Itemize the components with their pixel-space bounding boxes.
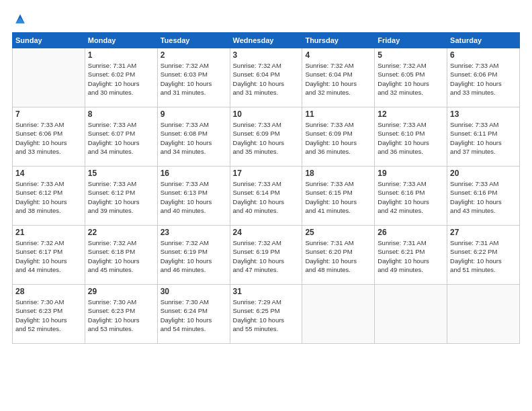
day-info: Sunrise: 7:31 AM Sunset: 6:02 PM Dayligh… — [88, 61, 154, 97]
day-info: Sunrise: 7:30 AM Sunset: 6:23 PM Dayligh… — [15, 298, 82, 333]
day-info: Sunrise: 7:31 AM Sunset: 6:20 PM Dayligh… — [305, 238, 371, 274]
day-info: Sunrise: 7:32 AM Sunset: 6:03 PM Dayligh… — [161, 61, 227, 97]
day-number: 7 — [15, 109, 82, 119]
day-number: 9 — [161, 109, 227, 119]
day-info: Sunrise: 7:33 AM Sunset: 6:09 PM Dayligh… — [305, 120, 371, 156]
day-number: 15 — [88, 169, 154, 178]
day-cell: 2Sunrise: 7:32 AM Sunset: 6:03 PM Daylig… — [157, 48, 230, 107]
day-number: 2 — [161, 50, 227, 60]
day-cell: 28Sunrise: 7:30 AM Sunset: 6:23 PM Dayli… — [13, 285, 85, 344]
day-info: Sunrise: 7:33 AM Sunset: 6:06 PM Dayligh… — [450, 61, 517, 97]
day-number: 11 — [305, 109, 371, 119]
day-info: Sunrise: 7:33 AM Sunset: 6:12 PM Dayligh… — [15, 179, 82, 215]
day-cell: 14Sunrise: 7:33 AM Sunset: 6:12 PM Dayli… — [13, 167, 85, 226]
calendar-table: SundayMondayTuesdayWednesdayThursdayFrid… — [12, 32, 520, 344]
day-info: Sunrise: 7:32 AM Sunset: 6:18 PM Dayligh… — [88, 238, 154, 274]
day-number: 4 — [305, 50, 371, 60]
logo — [12, 12, 27, 26]
day-number: 19 — [378, 169, 444, 178]
day-number: 8 — [88, 109, 154, 119]
week-row-5: 28Sunrise: 7:30 AM Sunset: 6:23 PM Dayli… — [13, 285, 520, 344]
day-cell: 5Sunrise: 7:32 AM Sunset: 6:05 PM Daylig… — [375, 48, 447, 107]
svg-marker-1 — [15, 17, 24, 23]
day-number: 6 — [450, 50, 517, 60]
day-info: Sunrise: 7:33 AM Sunset: 6:06 PM Dayligh… — [15, 120, 82, 156]
day-number: 5 — [378, 50, 444, 60]
day-cell — [375, 285, 447, 344]
day-info: Sunrise: 7:30 AM Sunset: 6:24 PM Dayligh… — [161, 298, 227, 333]
day-info: Sunrise: 7:33 AM Sunset: 6:14 PM Dayligh… — [233, 179, 300, 215]
day-info: Sunrise: 7:33 AM Sunset: 6:13 PM Dayligh… — [161, 179, 227, 215]
day-cell — [447, 285, 520, 344]
day-info: Sunrise: 7:32 AM Sunset: 6:19 PM Dayligh… — [233, 238, 300, 274]
day-info: Sunrise: 7:33 AM Sunset: 6:15 PM Dayligh… — [305, 179, 371, 215]
day-cell: 25Sunrise: 7:31 AM Sunset: 6:20 PM Dayli… — [302, 226, 375, 285]
day-cell: 17Sunrise: 7:33 AM Sunset: 6:14 PM Dayli… — [230, 167, 302, 226]
day-cell: 21Sunrise: 7:32 AM Sunset: 6:17 PM Dayli… — [13, 226, 85, 285]
day-info: Sunrise: 7:32 AM Sunset: 6:17 PM Dayligh… — [15, 238, 82, 274]
day-info: Sunrise: 7:32 AM Sunset: 6:19 PM Dayligh… — [161, 238, 227, 274]
day-cell: 13Sunrise: 7:33 AM Sunset: 6:11 PM Dayli… — [447, 107, 520, 167]
day-number: 13 — [450, 109, 517, 119]
day-info: Sunrise: 7:33 AM Sunset: 6:12 PM Dayligh… — [88, 179, 154, 215]
day-number: 3 — [233, 50, 300, 60]
day-cell: 26Sunrise: 7:31 AM Sunset: 6:21 PM Dayli… — [375, 226, 447, 285]
day-cell: 20Sunrise: 7:33 AM Sunset: 6:16 PM Dayli… — [447, 167, 520, 226]
day-number: 27 — [450, 228, 517, 237]
day-cell: 18Sunrise: 7:33 AM Sunset: 6:15 PM Dayli… — [302, 167, 375, 226]
day-cell: 31Sunrise: 7:29 AM Sunset: 6:25 PM Dayli… — [230, 285, 302, 344]
day-cell: 29Sunrise: 7:30 AM Sunset: 6:23 PM Dayli… — [85, 285, 157, 344]
day-cell: 1Sunrise: 7:31 AM Sunset: 6:02 PM Daylig… — [85, 48, 157, 107]
week-row-2: 7Sunrise: 7:33 AM Sunset: 6:06 PM Daylig… — [13, 107, 520, 167]
week-row-4: 21Sunrise: 7:32 AM Sunset: 6:17 PM Dayli… — [13, 226, 520, 285]
col-header-friday: Friday — [375, 33, 447, 48]
week-row-1: 1Sunrise: 7:31 AM Sunset: 6:02 PM Daylig… — [13, 48, 520, 107]
day-info: Sunrise: 7:32 AM Sunset: 6:05 PM Dayligh… — [378, 61, 444, 97]
day-number: 25 — [305, 228, 371, 237]
day-cell: 7Sunrise: 7:33 AM Sunset: 6:06 PM Daylig… — [13, 107, 85, 167]
col-header-saturday: Saturday — [447, 33, 520, 48]
day-info: Sunrise: 7:33 AM Sunset: 6:11 PM Dayligh… — [450, 120, 517, 156]
day-number: 23 — [161, 228, 227, 237]
week-row-3: 14Sunrise: 7:33 AM Sunset: 6:12 PM Dayli… — [13, 167, 520, 226]
day-cell: 8Sunrise: 7:33 AM Sunset: 6:07 PM Daylig… — [85, 107, 157, 167]
page: SundayMondayTuesdayWednesdayThursdayFrid… — [0, 0, 532, 411]
day-number: 24 — [233, 228, 300, 237]
day-cell: 11Sunrise: 7:33 AM Sunset: 6:09 PM Dayli… — [302, 107, 375, 167]
logo-icon — [13, 12, 27, 26]
day-cell: 9Sunrise: 7:33 AM Sunset: 6:08 PM Daylig… — [157, 107, 230, 167]
day-info: Sunrise: 7:29 AM Sunset: 6:25 PM Dayligh… — [233, 298, 300, 333]
day-number: 30 — [161, 287, 227, 296]
day-cell: 30Sunrise: 7:30 AM Sunset: 6:24 PM Dayli… — [157, 285, 230, 344]
day-info: Sunrise: 7:31 AM Sunset: 6:22 PM Dayligh… — [450, 238, 517, 274]
day-info: Sunrise: 7:31 AM Sunset: 6:21 PM Dayligh… — [378, 238, 444, 274]
day-cell: 6Sunrise: 7:33 AM Sunset: 6:06 PM Daylig… — [447, 48, 520, 107]
day-number: 31 — [233, 287, 300, 296]
day-number: 22 — [88, 228, 154, 237]
day-cell: 10Sunrise: 7:33 AM Sunset: 6:09 PM Dayli… — [230, 107, 302, 167]
col-header-thursday: Thursday — [302, 33, 375, 48]
day-info: Sunrise: 7:33 AM Sunset: 6:16 PM Dayligh… — [378, 179, 444, 215]
day-cell: 27Sunrise: 7:31 AM Sunset: 6:22 PM Dayli… — [447, 226, 520, 285]
day-info: Sunrise: 7:33 AM Sunset: 6:16 PM Dayligh… — [450, 179, 517, 215]
day-cell: 19Sunrise: 7:33 AM Sunset: 6:16 PM Dayli… — [375, 167, 447, 226]
day-info: Sunrise: 7:33 AM Sunset: 6:08 PM Dayligh… — [161, 120, 227, 156]
day-number: 16 — [161, 169, 227, 178]
day-info: Sunrise: 7:33 AM Sunset: 6:07 PM Dayligh… — [88, 120, 154, 156]
day-number: 26 — [378, 228, 444, 237]
day-number: 1 — [88, 50, 154, 60]
day-number: 28 — [15, 287, 82, 296]
day-cell — [302, 285, 375, 344]
day-cell: 23Sunrise: 7:32 AM Sunset: 6:19 PM Dayli… — [157, 226, 230, 285]
day-number: 17 — [233, 169, 300, 178]
col-header-tuesday: Tuesday — [157, 33, 230, 48]
day-info: Sunrise: 7:33 AM Sunset: 6:09 PM Dayligh… — [233, 120, 300, 156]
day-cell: 3Sunrise: 7:32 AM Sunset: 6:04 PM Daylig… — [230, 48, 302, 107]
day-cell: 22Sunrise: 7:32 AM Sunset: 6:18 PM Dayli… — [85, 226, 157, 285]
day-number: 20 — [450, 169, 517, 178]
day-number: 29 — [88, 287, 154, 296]
day-cell — [13, 48, 85, 107]
day-cell: 15Sunrise: 7:33 AM Sunset: 6:12 PM Dayli… — [85, 167, 157, 226]
col-header-monday: Monday — [85, 33, 157, 48]
day-info: Sunrise: 7:32 AM Sunset: 6:04 PM Dayligh… — [233, 61, 300, 97]
